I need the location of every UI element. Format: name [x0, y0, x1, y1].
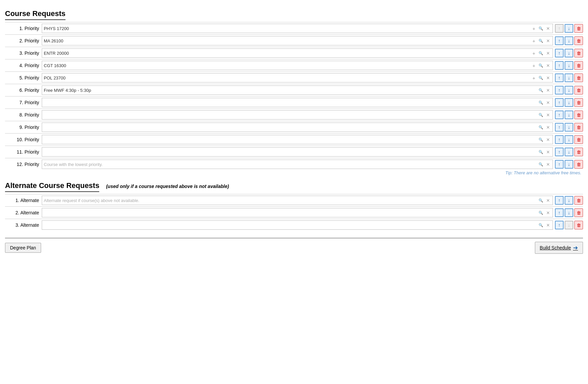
- delete-button[interactable]: 🗑: [574, 36, 583, 45]
- move-up-button[interactable]: ↑: [555, 73, 564, 82]
- delete-button[interactable]: 🗑: [574, 160, 583, 169]
- priority-input-text-3[interactable]: ENTR 20000: [44, 51, 529, 56]
- search-icon[interactable]: 🔍: [538, 124, 544, 130]
- move-down-button[interactable]: ↓: [565, 86, 573, 94]
- close-icon[interactable]: ✕: [545, 222, 551, 228]
- priority-input-area-11: 🔍✕: [42, 147, 553, 157]
- priority-input-text-6[interactable]: Free MWF 4:30p - 5:30p: [44, 88, 536, 93]
- close-icon[interactable]: ✕: [545, 100, 551, 106]
- close-icon[interactable]: ✕: [545, 112, 551, 118]
- move-up-button[interactable]: ↑: [555, 98, 564, 107]
- close-icon[interactable]: ✕: [545, 197, 551, 203]
- move-up-button[interactable]: ↑: [555, 86, 564, 94]
- delete-button[interactable]: 🗑: [574, 111, 583, 119]
- move-down-button[interactable]: ↓: [565, 135, 573, 144]
- move-down-button[interactable]: ↓: [565, 160, 573, 169]
- delete-button[interactable]: 🗑: [574, 123, 583, 132]
- add-icon[interactable]: +: [531, 38, 537, 44]
- move-up-button[interactable]: ↑: [555, 135, 564, 144]
- search-icon[interactable]: 🔍: [538, 161, 544, 167]
- move-down-button[interactable]: ↓: [565, 61, 573, 70]
- delete-button[interactable]: 🗑: [574, 49, 583, 57]
- move-up-button[interactable]: ↑: [555, 61, 564, 70]
- close-icon[interactable]: ✕: [545, 161, 551, 167]
- search-icon[interactable]: 🔍: [538, 197, 544, 203]
- add-icon[interactable]: +: [531, 25, 537, 31]
- move-down-button[interactable]: ↓: [565, 208, 573, 217]
- build-schedule-button[interactable]: Build Schedule ➜: [535, 242, 583, 254]
- action-buttons-7: ↑↓🗑: [555, 98, 583, 107]
- priority-input-area-8: 🔍✕: [42, 110, 553, 120]
- search-icon[interactable]: 🔍: [538, 112, 544, 118]
- close-icon[interactable]: ✕: [545, 124, 551, 130]
- move-up-button[interactable]: ↑: [555, 221, 564, 229]
- priority-input-text-5[interactable]: POL 23700: [44, 75, 529, 80]
- move-down-button[interactable]: ↓: [565, 148, 573, 156]
- add-icon[interactable]: +: [531, 50, 537, 56]
- search-icon[interactable]: 🔍: [538, 100, 544, 106]
- priority-label-3: 3. Priority: [5, 50, 42, 56]
- search-icon[interactable]: 🔍: [538, 75, 544, 81]
- close-icon[interactable]: ✕: [545, 75, 551, 81]
- move-down-button[interactable]: ↓: [565, 196, 573, 205]
- close-icon[interactable]: ✕: [545, 87, 551, 93]
- move-down-button: ↓: [565, 221, 573, 229]
- add-icon[interactable]: +: [531, 75, 537, 81]
- input-icons-7: 🔍✕: [538, 100, 551, 106]
- degree-plan-button[interactable]: Degree Plan: [5, 243, 41, 253]
- close-icon[interactable]: ✕: [545, 50, 551, 56]
- search-icon[interactable]: 🔍: [538, 50, 544, 56]
- alternate-label-1: 1. Alternate: [5, 198, 42, 203]
- close-icon[interactable]: ✕: [545, 149, 551, 155]
- close-icon[interactable]: ✕: [545, 210, 551, 216]
- delete-button[interactable]: 🗑: [574, 86, 583, 94]
- move-up-button[interactable]: ↑: [555, 148, 564, 156]
- move-down-button[interactable]: ↓: [565, 49, 573, 57]
- search-icon[interactable]: 🔍: [538, 25, 544, 31]
- move-down-button[interactable]: ↓: [565, 123, 573, 132]
- search-icon[interactable]: 🔍: [538, 38, 544, 44]
- move-down-button[interactable]: ↓: [565, 73, 573, 82]
- close-icon[interactable]: ✕: [545, 38, 551, 44]
- move-up-button[interactable]: ↑: [555, 123, 564, 132]
- move-up-button[interactable]: ↑: [555, 196, 564, 205]
- delete-button[interactable]: 🗑: [574, 208, 583, 217]
- move-down-button[interactable]: ↓: [565, 98, 573, 107]
- close-icon[interactable]: ✕: [545, 137, 551, 143]
- move-up-button[interactable]: ↑: [555, 160, 564, 169]
- priority-input-text-1[interactable]: PHYS 17200: [44, 26, 529, 31]
- delete-button[interactable]: 🗑: [574, 148, 583, 156]
- delete-button[interactable]: 🗑: [574, 221, 583, 229]
- move-down-button[interactable]: ↓: [565, 24, 573, 33]
- footer-row: Degree Plan Build Schedule ➜: [5, 238, 583, 254]
- delete-button[interactable]: 🗑: [574, 98, 583, 107]
- alternate-input-text-1[interactable]: Alternate request if course(s) above not…: [44, 198, 536, 203]
- move-up-button[interactable]: ↑: [555, 208, 564, 217]
- delete-button[interactable]: 🗑: [574, 196, 583, 205]
- delete-button[interactable]: 🗑: [574, 24, 583, 33]
- priority-input-text-4[interactable]: CGT 16300: [44, 63, 529, 68]
- action-buttons-9: ↑↓🗑: [555, 123, 583, 132]
- search-icon[interactable]: 🔍: [538, 210, 544, 216]
- close-icon[interactable]: ✕: [545, 62, 551, 68]
- priority-label-6: 6. Priority: [5, 87, 42, 93]
- priority-label-10: 10. Priority: [5, 137, 42, 142]
- search-icon[interactable]: 🔍: [538, 222, 544, 228]
- close-icon[interactable]: ✕: [545, 25, 551, 31]
- priority-input-text-12[interactable]: Course with the lowest priority.: [44, 162, 536, 167]
- priority-input-text-2[interactable]: MA 26100: [44, 38, 529, 43]
- delete-button[interactable]: 🗑: [574, 73, 583, 82]
- action-buttons-3: ↑↓🗑: [555, 221, 583, 229]
- delete-button[interactable]: 🗑: [574, 61, 583, 70]
- search-icon[interactable]: 🔍: [538, 149, 544, 155]
- move-up-button[interactable]: ↑: [555, 111, 564, 119]
- add-icon[interactable]: +: [531, 62, 537, 68]
- move-down-button[interactable]: ↓: [565, 111, 573, 119]
- search-icon[interactable]: 🔍: [538, 137, 544, 143]
- move-up-button[interactable]: ↑: [555, 36, 564, 45]
- search-icon[interactable]: 🔍: [538, 62, 544, 68]
- delete-button[interactable]: 🗑: [574, 135, 583, 144]
- move-down-button[interactable]: ↓: [565, 36, 573, 45]
- search-icon[interactable]: 🔍: [538, 87, 544, 93]
- move-up-button[interactable]: ↑: [555, 49, 564, 57]
